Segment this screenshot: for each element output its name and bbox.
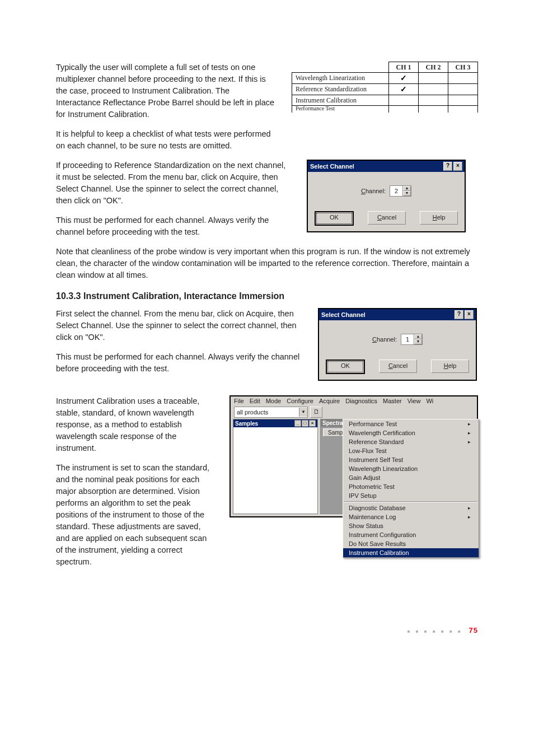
- select-channel-dialog: Select Channel ? × Channel: 1 ▲ ▼ OK: [318, 308, 477, 381]
- checklist-row-label: Instrument Calibration: [292, 95, 389, 106]
- cancel-button[interactable]: Cancel: [379, 360, 417, 373]
- checklist-row-label: Wavelength Linearization: [292, 73, 389, 84]
- menu-diagnostics[interactable]: Diagnostics: [345, 398, 377, 404]
- panel-title: Samples: [235, 421, 294, 427]
- product-combo[interactable]: all products ▼: [234, 407, 308, 418]
- samples-panel: Samples _ □ ×: [233, 419, 318, 514]
- maximize-icon[interactable]: □: [302, 420, 308, 427]
- checklist-table: CH 1 CH 2 CH 3 Wavelength Linearization …: [292, 62, 478, 113]
- body-p1: Typically the user will complete a full …: [56, 62, 276, 120]
- menu-item[interactable]: Low-Flux Test: [343, 446, 479, 455]
- menu-item[interactable]: Do Not Save Results: [343, 539, 479, 548]
- menu-item[interactable]: Diagnostic Database: [343, 503, 479, 512]
- channel-value: 2: [390, 186, 403, 196]
- body-p3: If proceeding to Reference Standardizati…: [56, 160, 291, 207]
- help-button[interactable]: Help: [431, 360, 469, 373]
- menu-view[interactable]: View: [407, 398, 421, 404]
- close-icon[interactable]: ×: [453, 162, 462, 171]
- menu-item[interactable]: Instrument Self Test: [343, 455, 479, 464]
- menu-configure[interactable]: Configure: [287, 398, 313, 404]
- menubar: File Edit Mode Configure Acquire Diagnos…: [231, 396, 477, 405]
- body-p7: This must be performed for each channel.…: [56, 351, 302, 375]
- checklist-header-ch1: CH 1: [389, 62, 419, 73]
- body-p8: Instrument Calibration uses a traceable,…: [56, 395, 214, 454]
- menu-item[interactable]: Photometric Test: [343, 482, 479, 491]
- page-number: 75: [469, 626, 478, 634]
- channel-value: 1: [401, 334, 414, 344]
- checklist-header-ch3: CH 3: [448, 62, 478, 73]
- checklist-row-label: Performance Test: [292, 106, 389, 113]
- check-icon: ✓: [400, 85, 407, 94]
- menu-master[interactable]: Master: [383, 398, 402, 404]
- ok-button[interactable]: OK: [315, 211, 354, 226]
- help-icon[interactable]: ?: [443, 162, 452, 171]
- menu-item[interactable]: Reference Standard: [343, 437, 479, 446]
- menu-edit[interactable]: Edit: [250, 398, 260, 404]
- channel-spinner[interactable]: 2 ▲ ▼: [390, 185, 411, 197]
- menu-item[interactable]: IPV Setup: [343, 491, 479, 500]
- ok-button[interactable]: OK: [326, 360, 365, 374]
- chevron-down-icon[interactable]: ▼: [299, 408, 307, 417]
- page-footer: ■ ■ ■ ■ ■ ■ ■ 75: [56, 626, 478, 634]
- channel-spinner[interactable]: 1 ▲ ▼: [401, 334, 423, 345]
- menu-item-instrument-calibration[interactable]: Instrument Calibration: [343, 548, 479, 557]
- menu-wi[interactable]: Wi: [426, 398, 433, 404]
- spinner-down-icon[interactable]: ▼: [403, 191, 411, 196]
- channel-label: Channel:: [372, 336, 397, 343]
- menu-item[interactable]: Maintenance Log: [343, 512, 479, 521]
- diagnostics-dropdown: Performance Test Wavelength Certificatio…: [343, 419, 479, 558]
- dialog-title: Select Channel: [321, 311, 453, 318]
- new-document-icon[interactable]: 🗋: [310, 407, 322, 418]
- help-button[interactable]: Help: [420, 211, 458, 225]
- cancel-button[interactable]: Cancel: [368, 211, 406, 225]
- footer-dots-icon: ■ ■ ■ ■ ■ ■ ■: [407, 629, 463, 634]
- menu-item[interactable]: Performance Test: [343, 419, 479, 428]
- checklist-row-label: Reference Standardization: [292, 84, 389, 95]
- channel-label: Channel:: [361, 188, 386, 194]
- menu-item[interactable]: Instrument Configuration: [343, 530, 479, 539]
- help-icon[interactable]: ?: [455, 310, 463, 319]
- menu-item[interactable]: Wavelength Certification: [343, 428, 479, 437]
- menu-mode[interactable]: Mode: [266, 398, 282, 404]
- body-p2: It is helpful to keep a checklist of wha…: [56, 128, 276, 152]
- close-icon[interactable]: ×: [465, 310, 474, 319]
- spinner-up-icon[interactable]: ▲: [414, 334, 422, 339]
- body-p6: First select the channel. From the menu …: [56, 308, 302, 343]
- menu-item[interactable]: Show Status: [343, 521, 479, 530]
- menu-acquire[interactable]: Acquire: [319, 398, 340, 404]
- select-channel-dialog: Select Channel ? × Channel: 2 ▲ ▼ OK: [307, 160, 466, 232]
- checklist-header-ch2: CH 2: [419, 62, 448, 73]
- check-icon: ✓: [400, 74, 407, 82]
- close-icon[interactable]: ×: [309, 420, 316, 427]
- spinner-up-icon[interactable]: ▲: [403, 186, 411, 191]
- spinner-down-icon[interactable]: ▼: [414, 339, 422, 344]
- body-p5: Note that cleanliness of the probe windo…: [56, 246, 478, 281]
- body-p4: This must be performed for each channel.…: [56, 214, 291, 238]
- menu-item[interactable]: Wavelength Linearization: [343, 464, 479, 473]
- product-combo-text: all products: [235, 409, 299, 416]
- menu-file[interactable]: File: [234, 398, 244, 404]
- dialog-title: Select Channel: [310, 163, 442, 170]
- section-heading: 10.3.3 Instrument Calibration, Interacta…: [56, 291, 478, 301]
- minimize-icon[interactable]: _: [294, 420, 301, 427]
- vision-app-window: File Edit Mode Configure Acquire Diagnos…: [229, 395, 478, 517]
- menu-item[interactable]: Gain Adjust: [343, 473, 479, 482]
- body-p9: The instrument is set to scan the standa…: [56, 462, 214, 568]
